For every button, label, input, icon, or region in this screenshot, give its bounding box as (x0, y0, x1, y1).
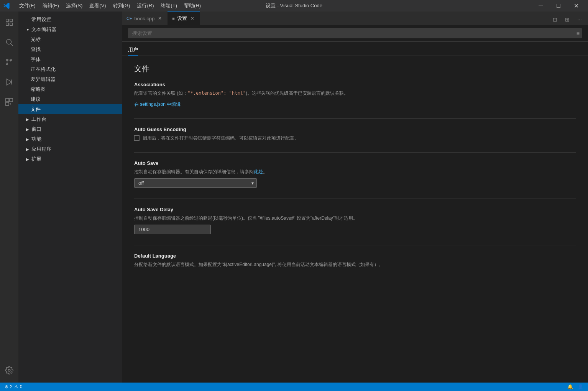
tab-close-settings[interactable]: ✕ (189, 15, 195, 21)
sidebar-item-window[interactable]: ▶ 窗口 (18, 124, 122, 134)
activity-explorer-icon[interactable] (0, 13, 18, 31)
error-icon: ⊗ (5, 384, 8, 389)
menu-run[interactable]: 运行(R) (134, 2, 157, 10)
sidebar-item-features[interactable]: ▶ 功能 (18, 134, 122, 144)
title-bar-left: 文件(F) 编辑(E) 选择(S) 查看(V) 转到(G) 运行(R) 终端(T… (3, 2, 204, 10)
split-editor-button[interactable]: ⊞ (562, 14, 573, 25)
svg-rect-0 (6, 19, 8, 21)
activity-extensions-icon[interactable] (0, 93, 18, 111)
sidebar-item-text-editor[interactable]: ▾ 文本编辑器 (18, 25, 122, 34)
activity-run-icon[interactable] (0, 73, 18, 91)
setting-desc-auto-save: 控制自动保存脏编辑器。有关自动保存的详细信息，请参阅此处。 (134, 168, 576, 175)
tab-close-book-cpp[interactable]: ✕ (157, 15, 163, 21)
chevron-right-icon: ▶ (25, 136, 31, 142)
svg-rect-11 (6, 99, 9, 102)
setting-name-default-language: Default Language (134, 253, 576, 259)
chevron-right-icon: ▶ (25, 146, 31, 152)
menu-goto[interactable]: 转到(G) (110, 2, 133, 10)
sidebar-item-cursor[interactable]: 光标 (18, 34, 122, 44)
sidebar-label: 建议 (31, 96, 41, 103)
status-errors[interactable]: ⊗ 2 ⚠ 0 (3, 384, 24, 389)
app-title: 设置 - Visual Studio Code (266, 2, 322, 9)
sidebar-item-formatting[interactable]: 正在格式化 (18, 64, 122, 74)
menu-terminal[interactable]: 终端(T) (158, 2, 180, 10)
setting-name-auto-save-delay: Auto Save Delay (134, 207, 576, 212)
chevron-icon (25, 16, 31, 23)
setting-associations: Associations 配置语言的文件关联 (如："*.extension":… (134, 82, 576, 108)
search-filter-icon[interactable]: ≡ (577, 30, 580, 36)
sidebar-item-diff-editor[interactable]: 差异编辑器 (18, 74, 122, 84)
sidebar-label: 差异编辑器 (31, 76, 56, 83)
tab-file-icon: C+ (126, 16, 132, 21)
auto-guess-encoding-checkbox[interactable] (134, 135, 140, 141)
divider-4 (134, 245, 576, 245)
setting-auto-save: Auto Save 控制自动保存脏编辑器。有关自动保存的详细信息，请参阅此处。 … (134, 160, 576, 188)
sidebar-label: 扩展 (31, 156, 41, 163)
tab-settings[interactable]: ≡ 设置 ✕ (168, 12, 200, 25)
search-input[interactable] (128, 28, 582, 38)
chevron-down-icon: ▾ (25, 26, 31, 33)
sidebar-item-application[interactable]: ▶ 应用程序 (18, 144, 122, 154)
tab-bar: C+ book.cpp ✕ ≡ 设置 ✕ ⊡ ⊞ ··· (122, 12, 588, 25)
close-button[interactable]: ✕ (567, 0, 585, 12)
setting-desc-associations: 配置语言的文件关联 (如："*.extension": "html")。这些关联… (134, 90, 576, 97)
activity-bar (0, 12, 18, 383)
chevron-right-icon: ▶ (25, 156, 31, 162)
menu-edit[interactable]: 编辑(E) (39, 2, 62, 10)
title-bar: 文件(F) 编辑(E) 选择(S) 查看(V) 转到(G) 运行(R) 终端(T… (0, 0, 588, 12)
sidebar-label: 窗口 (31, 126, 41, 133)
setting-name-auto-guess-encoding: Auto Guess Encoding (134, 127, 576, 132)
status-notifications-icon[interactable]: 🔔 (566, 384, 575, 389)
vscode-logo-icon (3, 2, 10, 9)
sidebar-item-find[interactable]: 查找 (18, 44, 122, 54)
svg-line-5 (11, 44, 13, 46)
menu-help[interactable]: 帮助(H) (181, 2, 204, 10)
auto-save-select[interactable]: off afterDelay onFocusChange onWindowCha… (134, 178, 257, 188)
sidebar-label: 文本编辑器 (31, 26, 56, 33)
tab-book-cpp[interactable]: C+ book.cpp ✕ (122, 12, 168, 25)
associations-edit-link[interactable]: 在 settings.json 中编辑 (134, 101, 181, 108)
activity-source-control-icon[interactable] (0, 53, 18, 71)
minimize-button[interactable]: ─ (532, 0, 550, 12)
activity-settings-icon[interactable] (0, 361, 18, 380)
sidebar-item-common-settings[interactable]: 常用设置 (18, 15, 122, 25)
settings-content: 文件 Associations 配置语言的文件关联 (如："*.extensio… (122, 56, 588, 383)
svg-point-14 (8, 369, 10, 371)
sidebar-item-minimap[interactable]: 缩略图 (18, 84, 122, 94)
svg-point-6 (7, 59, 8, 61)
desc-code: "*.extension": "html" (187, 90, 246, 96)
sidebar-item-suggestions[interactable]: 建议 (18, 94, 122, 104)
sidebar-item-file[interactable]: 文件 (18, 104, 122, 114)
sidebar-label: 光标 (31, 36, 41, 43)
menu-selection[interactable]: 选择(S) (63, 2, 85, 10)
more-actions-button[interactable]: ··· (574, 14, 585, 25)
sidebar: 常用设置 ▾ 文本编辑器 光标 查找 字体 正在格式化 差异编辑器 (18, 12, 122, 383)
activity-search-icon[interactable] (0, 33, 18, 51)
auto-save-link[interactable]: 此处 (254, 169, 263, 174)
menu-file[interactable]: 文件(F) (16, 2, 39, 10)
warning-icon: ⚠ (14, 384, 18, 389)
maximize-button[interactable]: □ (550, 0, 567, 12)
desc-text: 控制自动保存脏编辑器。有关自动保存的详细信息，请参阅 (134, 169, 254, 174)
tab-label: book.cpp (134, 16, 154, 21)
status-account-icon[interactable]: 👤 (576, 384, 585, 389)
sidebar-item-extensions[interactable]: ▶ 扩展 (18, 154, 122, 164)
user-tab-bar: 用户 (122, 42, 588, 56)
sidebar-item-workbench[interactable]: ▶ 工作台 (18, 114, 122, 124)
svg-rect-12 (10, 99, 13, 102)
auto-save-delay-input[interactable] (134, 225, 211, 234)
status-bar-right: 🔔 👤 (566, 384, 585, 389)
open-editors-button[interactable]: ⊡ (550, 14, 560, 25)
tab-settings-icon: ≡ (172, 16, 174, 21)
chevron-right-icon: ▶ (25, 126, 31, 132)
tab-label: 设置 (177, 15, 187, 22)
menu-view[interactable]: 查看(V) (86, 2, 109, 10)
sidebar-item-font[interactable]: 字体 (18, 54, 122, 64)
settings-section-title: 文件 (134, 64, 576, 74)
menu-bar: 文件(F) 编辑(E) 选择(S) 查看(V) 转到(G) 运行(R) 终端(T… (16, 2, 204, 10)
desc-text-before: 配置语言的文件关联 (如： (134, 90, 187, 96)
divider-3 (134, 199, 576, 199)
search-input-container: ≡ (128, 28, 582, 38)
tab-user[interactable]: 用户 (128, 45, 138, 56)
divider-2 (134, 152, 576, 153)
